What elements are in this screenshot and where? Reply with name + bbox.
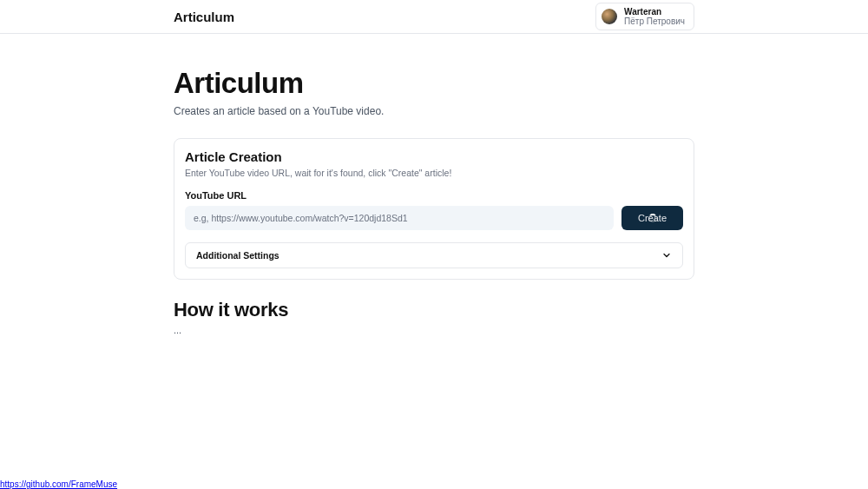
avatar [602,9,617,24]
additional-settings-label: Additional Settings [196,250,279,261]
card-title: Article Creation [185,149,683,164]
how-it-works-body: ... [174,325,694,335]
additional-settings-toggle[interactable]: Additional Settings [185,242,683,268]
user-menu[interactable]: Warteran Пётр Петрович [595,3,694,30]
brand-logo[interactable]: Articulum [174,10,234,24]
youtube-url-input[interactable] [185,206,614,230]
page-title: Articulum [174,67,694,100]
input-row: Create [185,206,683,230]
article-creation-card: Article Creation Enter YouTube video URL… [174,138,694,280]
how-it-works-section: How it works ... [174,299,694,335]
footer-link[interactable]: https://github.com/FrameMuse [0,479,117,489]
card-description: Enter YouTube video URL, wait for it's f… [185,168,683,178]
loading-spinner-icon [648,214,657,222]
youtube-url-label: YouTube URL [185,190,683,201]
user-name: Warteran [624,7,685,17]
create-button[interactable]: Create [621,206,683,230]
chevron-down-icon [661,250,672,261]
page-subtitle: Creates an article based on a YouTube vi… [174,105,694,117]
user-subname: Пётр Петрович [624,17,685,26]
main-content: Articulum Creates an article based on a … [0,34,868,335]
user-texts: Warteran Пётр Петрович [624,7,685,26]
app-header: Articulum Warteran Пётр Петрович [0,0,868,34]
how-it-works-title: How it works [174,299,694,321]
